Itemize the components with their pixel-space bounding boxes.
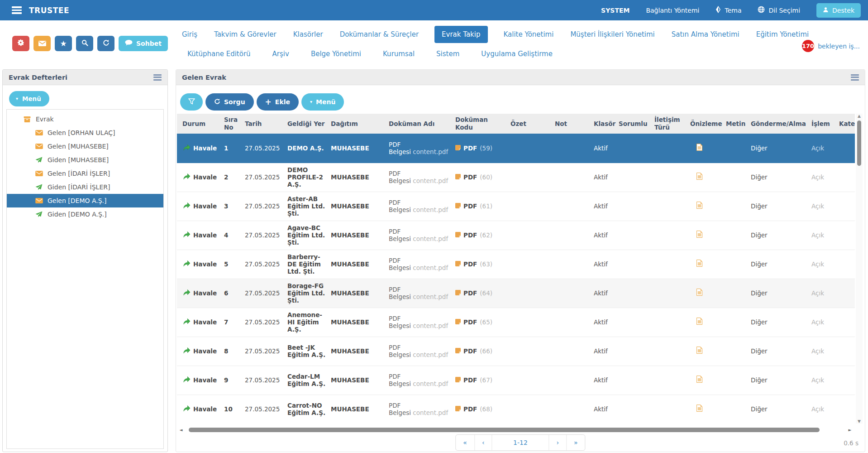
column-header-10[interactable]: Klasör: [594, 114, 619, 134]
preview-document-icon[interactable]: [696, 144, 702, 151]
chat-button[interactable]: Sohbet: [119, 36, 168, 51]
scroll-right-icon[interactable]: ►: [847, 428, 853, 432]
column-header-3[interactable]: Tarih: [245, 114, 287, 134]
column-header-11[interactable]: Sorumlu: [619, 114, 654, 134]
table-row[interactable]: Havale 2 27.05.2025 DEMO PROFILE-2 A.Ş. …: [177, 163, 855, 192]
favorites-button[interactable]: ★: [55, 36, 72, 51]
tab-giriş[interactable]: Giriş: [181, 26, 198, 43]
tree-item[interactable]: Evrak: [7, 112, 163, 126]
tab-sistem[interactable]: Sistem: [435, 45, 460, 63]
scroll-left-icon[interactable]: ◄: [178, 428, 184, 432]
preview-document-icon[interactable]: [696, 347, 702, 354]
support-button[interactable]: Destek: [816, 3, 861, 18]
open-link[interactable]: Açık: [811, 318, 824, 326]
column-header-5[interactable]: Dağıtım: [331, 114, 389, 134]
preview-document-icon[interactable]: [696, 405, 702, 412]
column-header-15[interactable]: Gönderme/Alma: [751, 114, 811, 134]
vertical-scrollbar[interactable]: ▲ ▼: [856, 114, 863, 424]
tab-belge-yönetimi[interactable]: Belge Yönetimi: [310, 45, 362, 63]
tab-kütüphane-editörü[interactable]: Kütüphane Editörü: [186, 45, 252, 63]
tree-item[interactable]: Gelen [DEMO A.Ş.]: [7, 194, 163, 207]
table-row[interactable]: Havale 4 27.05.2025 Agave-BC Eğitim Ltd.…: [177, 221, 855, 250]
column-header-7[interactable]: Doküman Kodu: [455, 114, 510, 134]
tab-dokümanlar-&-süreçler[interactable]: Dokümanlar & Süreçler: [339, 26, 420, 43]
tree-item[interactable]: Giden [MUHASEBE]: [7, 153, 163, 167]
connection-method-link[interactable]: Bağlantı Yöntemi: [646, 7, 699, 14]
user-name[interactable]: SYSTEM: [601, 7, 630, 14]
table-row[interactable]: Havale 8 27.05.2025 Beet -JK Eğitim A.Ş.…: [177, 337, 855, 366]
column-header-12[interactable]: İletişim Türü: [654, 114, 690, 134]
tab-müşteri-i-lişkileri-yönetimi[interactable]: Müşteri İlişkileri Yönetimi: [569, 26, 655, 43]
open-link[interactable]: Açık: [811, 376, 824, 384]
tab-takvim-&-görevler[interactable]: Takvim & Görevler: [213, 26, 277, 43]
table-row[interactable]: Havale 3 27.05.2025 Aster-AB Eğitim Ltd.…: [177, 192, 855, 221]
open-link[interactable]: Açık: [811, 202, 824, 210]
sidebar-panel-menu-icon[interactable]: [153, 73, 162, 82]
filter-button[interactable]: [180, 93, 203, 111]
preview-document-icon[interactable]: [696, 231, 702, 238]
column-header-13[interactable]: Önizleme: [690, 114, 726, 134]
tab-satın-alma-yönetimi[interactable]: Satın Alma Yönetimi: [671, 26, 740, 43]
language-link[interactable]: Dil Seçimi: [758, 6, 800, 14]
column-header-6[interactable]: Doküman Adı: [389, 114, 455, 134]
table-menu-button[interactable]: ▾ Menü: [301, 93, 344, 111]
horizontal-scrollbar[interactable]: ◄ ►: [178, 426, 853, 434]
previous-page-button[interactable]: ‹: [474, 435, 492, 450]
theme-link[interactable]: Tema: [715, 6, 741, 14]
refresh-button[interactable]: [97, 36, 114, 51]
open-link[interactable]: Açık: [811, 405, 824, 413]
preview-document-icon[interactable]: [696, 260, 702, 267]
preview-document-icon[interactable]: [696, 318, 702, 325]
first-page-button[interactable]: «: [456, 435, 474, 450]
settings-button[interactable]: [12, 36, 29, 51]
column-header-8[interactable]: Özet: [510, 114, 555, 134]
open-link[interactable]: Açık: [811, 260, 824, 268]
pending-jobs[interactable]: 170 bekleyen iş...: [802, 40, 860, 52]
table-row[interactable]: Havale 6 27.05.2025 Borage-FG Eğitim Ltd…: [177, 279, 855, 308]
preview-document-icon[interactable]: [696, 376, 702, 383]
add-button[interactable]: + Ekle: [257, 93, 299, 111]
tab-klasörler[interactable]: Klasörler: [292, 26, 324, 43]
column-header-9[interactable]: Not: [555, 114, 594, 134]
tree-item[interactable]: Gelen [MUHASEBE]: [7, 140, 163, 153]
preview-document-icon[interactable]: [696, 173, 702, 180]
column-header-16[interactable]: İşlem: [811, 114, 839, 134]
open-link[interactable]: Açık: [811, 347, 824, 355]
tab-arşiv[interactable]: Arşiv: [272, 45, 290, 63]
sidebar-menu-button[interactable]: ▾ Menü: [9, 91, 49, 106]
table-row[interactable]: Havale 10 27.05.2025 Carrot-NO Eğitim A.…: [177, 395, 855, 424]
horizontal-scroll-thumb[interactable]: [189, 428, 820, 432]
tree-item[interactable]: Gelen [ORHAN ULAÇ]: [7, 126, 163, 140]
table-row[interactable]: Havale 5 27.05.2025 Barberry-DE Eğitim L…: [177, 250, 855, 279]
tab-kalite-yönetimi[interactable]: Kalite Yönetimi: [503, 26, 555, 43]
preview-document-icon[interactable]: [696, 289, 702, 296]
tab-uygulama-geliştirme[interactable]: Uygulama Geliştirme: [480, 45, 553, 63]
search-button[interactable]: [76, 36, 93, 51]
column-header-14[interactable]: Metin: [726, 114, 751, 134]
scroll-up-icon[interactable]: ▲: [856, 114, 863, 118]
open-link[interactable]: Açık: [811, 173, 824, 181]
column-header-2[interactable]: Sıra No: [224, 114, 245, 134]
last-page-button[interactable]: »: [566, 435, 585, 450]
table-row[interactable]: Havale 9 27.05.2025 Cedar-LM Eğitim A.Ş.…: [177, 366, 855, 395]
preview-document-icon[interactable]: [696, 202, 702, 209]
table-row[interactable]: Havale 1 27.05.2025 DEMO A.Ş. MUHASEBE P…: [177, 134, 855, 163]
column-header-1[interactable]: Durum: [177, 114, 224, 134]
tree-item[interactable]: Giden [İDARİ İŞLER]: [7, 180, 163, 194]
table-row[interactable]: Havale 7 27.05.2025 Anemone-HI Eğitim A.…: [177, 308, 855, 337]
main-menu-hamburger-icon[interactable]: [12, 5, 22, 15]
main-panel-menu-icon[interactable]: [851, 73, 859, 82]
vertical-scroll-thumb[interactable]: [857, 120, 861, 166]
column-header-17[interactable]: Kategori: [839, 114, 855, 134]
open-link[interactable]: Açık: [811, 289, 824, 297]
open-link[interactable]: Açık: [811, 231, 824, 239]
column-header-4[interactable]: Geldiği Yer: [287, 114, 331, 134]
open-link[interactable]: Açık: [811, 145, 824, 152]
mail-button[interactable]: [33, 36, 51, 51]
tree-item[interactable]: Gelen [İDARİ İŞLER]: [7, 167, 163, 180]
tab-evrak-takip[interactable]: Evrak Takip: [434, 26, 487, 43]
tree-item[interactable]: Giden [DEMO A.Ş.]: [7, 207, 163, 221]
next-page-button[interactable]: ›: [549, 435, 567, 450]
scroll-down-icon[interactable]: ▼: [856, 419, 863, 424]
tab-kurumsal[interactable]: Kurumsal: [382, 45, 415, 63]
